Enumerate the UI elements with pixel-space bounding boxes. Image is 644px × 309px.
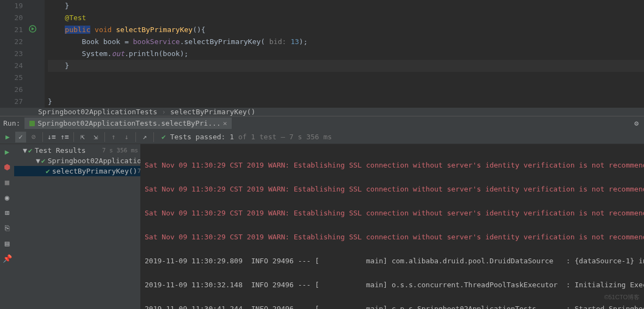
tests-summary: ✔ Tests passed: 1 of 1 test – 7 s 356 ms [162,133,332,141]
svg-rect-1 [29,121,35,126]
chevron-right-icon: › [162,108,166,116]
pin-icon[interactable]: 📌 [3,254,12,263]
code-content[interactable]: } @Test public void selectByPrimaryKey()… [45,0,644,108]
tree-root[interactable]: ▼✔Test Results7 s 356 ms [14,145,140,156]
gutter-icons [27,0,38,108]
run-tabs: Run: Springboot02ApplicationTests.select… [0,116,644,130]
stop-button[interactable]: ⊘ [28,132,39,143]
camera-icon[interactable]: ◉ [5,193,9,202]
run-icon[interactable]: ▶ [5,147,9,156]
run-test-gutter-icon[interactable] [29,25,36,34]
filter-button[interactable]: ↑≡ [59,132,70,143]
sort-button[interactable]: ↓≡ [46,132,57,143]
test-tree[interactable]: ▼✔Test Results7 s 356 ms ▼✔Springboot02A… [14,144,140,309]
export-button[interactable]: ↗ [139,132,150,143]
dashboard-icon[interactable]: ▤ [5,239,9,248]
run-label: Run: [3,119,20,127]
run-side-toolbar: ▶ ⬢ ■ ◉ ⊞ ⎘ ▤ 📌 [0,144,14,309]
line-gutter: 19 20 21 22 23 24 25 26 27 [0,0,27,108]
run-panel: Run: Springboot02ApplicationTests.select… [0,116,644,309]
test-config-icon [29,120,35,127]
breadcrumb[interactable]: Springboot02ApplicationTests › selectByP… [0,108,644,116]
test-toolbar: ▶ ✓ ⊘ ↓≡ ↑≡ ⇱ ⇲ ↑ ↓ ↗ ✔ Tests passed: 1 … [0,130,644,144]
debug-icon[interactable]: ⬢ [4,163,10,171]
console-output[interactable]: Sat Nov 09 11:30:29 CST 2019 WARN: Estab… [140,144,644,309]
close-icon[interactable]: × [223,119,227,127]
toggle-tests-button[interactable]: ✓ [15,132,26,143]
gear-icon[interactable]: ⚙ [634,119,639,127]
fold-column [38,0,45,108]
collapse-button[interactable]: ⇲ [90,132,101,143]
next-test-button[interactable]: ↓ [121,132,132,143]
prev-test-button[interactable]: ↑ [108,132,119,143]
run-tab[interactable]: Springboot02ApplicationTests.selectByPri… [24,118,231,129]
tree-class[interactable]: ▼✔Springboot02ApplicationTe7 s 356 ms [14,156,140,166]
rerun-button[interactable]: ▶ [2,132,13,143]
tree-method[interactable]: ✔selectByPrimaryKey()7 s 356 ms [14,166,140,176]
code-editor[interactable]: 19 20 21 22 23 24 25 26 27 } @Test publi… [0,0,644,108]
watermark: ©51CTO博客 [604,293,640,301]
breadcrumb-method[interactable]: selectByPrimaryKey() [170,108,256,116]
expand-button[interactable]: ⇱ [77,132,88,143]
exit-icon[interactable]: ⎘ [5,224,9,232]
breadcrumb-class[interactable]: Springboot02ApplicationTests [38,108,157,116]
layout-icon[interactable]: ⊞ [5,208,9,217]
stop-icon[interactable]: ■ [5,178,9,187]
